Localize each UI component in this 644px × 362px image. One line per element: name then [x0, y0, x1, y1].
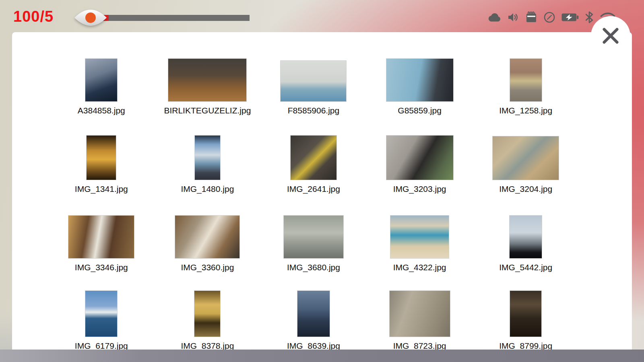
photo-thumbnail[interactable] — [510, 216, 542, 258]
photo-filename: A384858.jpg — [78, 106, 125, 115]
photo-thumbnail[interactable] — [87, 136, 116, 180]
photo-filename: G85859.jpg — [398, 106, 442, 115]
photo-filename: IMG_3680.jpg — [287, 263, 340, 272]
photo-thumbnail-box — [260, 212, 367, 258]
gallery-item: BIRLIKTEGUZELIZ.jpg — [155, 56, 261, 134]
photo-thumbnail-box — [260, 291, 367, 337]
gallery-item: IMG_3204.jpg — [473, 134, 579, 212]
photo-thumbnail-box — [48, 134, 155, 180]
bottom-bar — [0, 350, 644, 362]
photo-thumbnail-box — [48, 291, 155, 337]
gallery-item: IMG_1480.jpg — [155, 134, 261, 212]
bluetooth-icon — [584, 10, 594, 24]
battery-charging-icon — [561, 11, 579, 23]
photo-thumbnail[interactable] — [390, 291, 450, 337]
photo-thumbnail-box — [155, 212, 261, 258]
photo-thumbnail[interactable] — [175, 216, 239, 258]
photo-filename: IMG_1341.jpg — [75, 184, 128, 194]
gallery-item: IMG_3680.jpg — [260, 212, 367, 291]
photo-thumbnail[interactable] — [297, 291, 330, 337]
photo-thumbnail-box — [367, 134, 473, 180]
photo-thumbnail-box — [367, 56, 473, 101]
photo-thumbnail[interactable] — [284, 216, 343, 258]
photo-thumbnail[interactable] — [195, 136, 220, 180]
photo-thumbnail-box — [155, 291, 261, 337]
photo-filename: IMG_3346.jpg — [75, 263, 128, 272]
photo-thumbnail[interactable] — [85, 59, 117, 101]
photo-thumbnail[interactable] — [493, 136, 559, 180]
gallery-item: IMG_3203.jpg — [367, 134, 473, 212]
photo-thumbnail-box — [155, 56, 261, 101]
photo-thumbnail[interactable] — [85, 291, 117, 337]
photo-filename: IMG_1258.jpg — [499, 106, 552, 115]
photo-thumbnail-box — [260, 56, 367, 101]
photo-filename: IMG_1480.jpg — [181, 184, 234, 194]
gallery-item: IMG_4322.jpg — [367, 212, 473, 291]
gallery-item: F8585906.jpg — [260, 56, 367, 134]
photo-thumbnail[interactable] — [194, 291, 220, 337]
gallery-item: IMG_1341.jpg — [48, 134, 155, 212]
status-bar: 100/5 — [0, 0, 644, 32]
photo-filename: IMG_3203.jpg — [393, 184, 446, 194]
photo-thumbnail[interactable] — [510, 291, 541, 337]
gallery-item: IMG_1258.jpg — [473, 56, 579, 134]
photo-thumbnail[interactable] — [168, 59, 246, 101]
gallery-item: A384858.jpg — [48, 56, 155, 134]
photo-thumbnail-box — [473, 291, 579, 337]
gallery-item: IMG_5442.jpg — [473, 212, 579, 291]
photo-thumbnail-box — [473, 134, 579, 180]
photo-thumbnail-box — [367, 212, 473, 258]
photo-thumbnail[interactable] — [386, 136, 453, 180]
eye-record-icon[interactable] — [74, 5, 107, 32]
photo-thumbnail-box — [367, 291, 473, 337]
photo-thumbnail-box — [473, 212, 579, 258]
photo-thumbnail[interactable] — [291, 136, 336, 180]
gallery-item: IMG_3346.jpg — [48, 212, 155, 291]
photo-filename: IMG_2641.jpg — [287, 184, 340, 194]
counter-label: 100/5 — [13, 8, 54, 25]
photo-filename: IMG_3360.jpg — [181, 263, 234, 272]
photo-thumbnail-box — [155, 134, 261, 180]
photo-thumbnail[interactable] — [510, 59, 542, 101]
progress-bar[interactable] — [101, 15, 250, 21]
photo-thumbnail-box — [48, 212, 155, 258]
photo-filename: IMG_4322.jpg — [393, 263, 446, 272]
gallery-item: G85859.jpg — [367, 56, 473, 134]
photo-filename: IMG_3204.jpg — [499, 184, 552, 194]
compass-icon — [543, 11, 556, 24]
photo-thumbnail-box — [260, 134, 367, 180]
gallery-item: IMG_2641.jpg — [260, 134, 367, 212]
gallery-grid: A384858.jpgBIRLIKTEGUZELIZ.jpgF8585906.j… — [48, 56, 579, 362]
calendar-icon — [525, 11, 538, 24]
photo-thumbnail[interactable] — [281, 61, 346, 101]
volume-icon — [507, 11, 520, 24]
photo-thumbnail[interactable] — [68, 216, 134, 258]
close-button[interactable] — [591, 16, 630, 56]
gallery-item: IMG_3360.jpg — [155, 212, 261, 291]
photo-filename: F8585906.jpg — [288, 106, 339, 115]
photo-thumbnail-box — [473, 56, 579, 101]
photo-filename: IMG_5442.jpg — [499, 263, 552, 272]
close-icon — [601, 26, 620, 45]
photo-thumbnail[interactable] — [390, 216, 449, 258]
cloud-icon — [487, 11, 502, 23]
photo-thumbnail[interactable] — [386, 59, 453, 101]
photo-thumbnail-box — [48, 56, 155, 101]
photo-filename: BIRLIKTEGUZELIZ.jpg — [164, 106, 251, 115]
